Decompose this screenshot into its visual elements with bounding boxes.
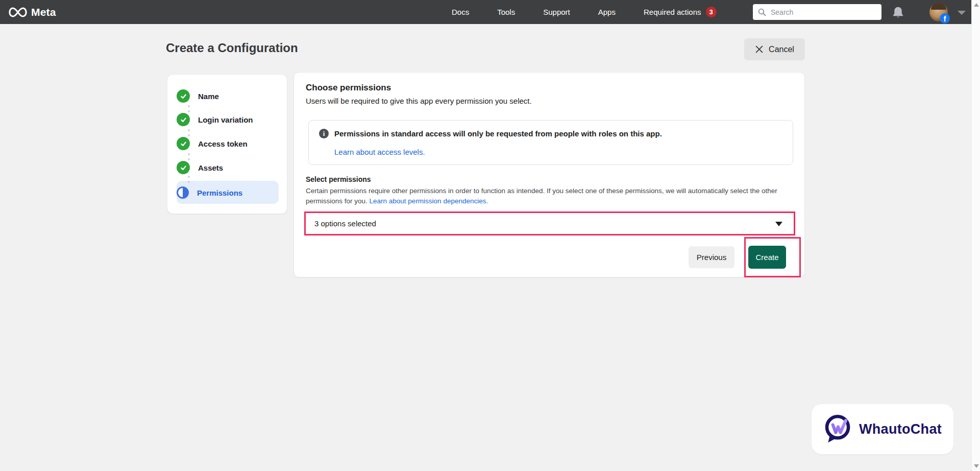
info-text: Permissions in standard access will only… [334, 129, 662, 138]
nav-required-actions-label: Required actions [644, 8, 701, 16]
nav-support[interactable]: Support [543, 8, 570, 16]
step-access-token[interactable]: Access token [177, 136, 248, 151]
facebook-badge-icon: f [940, 13, 950, 23]
nav-tools[interactable]: Tools [497, 8, 515, 16]
learn-access-levels-link[interactable]: Learn about access levels. [334, 148, 425, 156]
search-icon [758, 8, 766, 16]
cancel-label: Cancel [769, 45, 794, 54]
info-icon: i [319, 129, 329, 138]
avatar-hair [931, 3, 946, 10]
notifications-bell-icon[interactable] [891, 6, 905, 19]
account-chevron-down-icon[interactable] [958, 11, 966, 15]
step-name[interactable]: Name [177, 88, 219, 104]
dropdown-caret-icon [775, 222, 782, 226]
wizard-steps-sidebar: Name Login variation Access token Assets… [167, 74, 287, 214]
search-input[interactable] [771, 8, 868, 16]
meta-logo[interactable]: Meta [8, 0, 56, 24]
page-title: Create a Configuration [166, 41, 298, 55]
nav-docs[interactable]: Docs [452, 8, 469, 16]
top-navbar: Meta Docs Tools Support Apps Required ac… [0, 0, 971, 24]
search-box[interactable] [753, 4, 881, 20]
required-actions-count-badge: 3 [706, 7, 717, 17]
cancel-button[interactable]: Cancel [744, 38, 805, 60]
dropdown-selected-value: 3 options selected [314, 219, 376, 228]
step-label: Permissions [197, 189, 242, 197]
standard-access-info-box: i Permissions in standard access will on… [308, 120, 793, 165]
permission-dependencies-link[interactable]: Learn about permission dependencies. [370, 197, 488, 205]
meta-infinity-icon [8, 6, 28, 18]
step-label: Access token [198, 139, 248, 148]
whautochat-logo-icon [823, 414, 853, 444]
previous-button[interactable]: Previous [689, 246, 734, 268]
check-circle-icon [177, 137, 190, 150]
check-circle-icon [177, 161, 190, 174]
half-filled-circle-icon [177, 186, 189, 199]
scrollbar-down-arrow[interactable] [974, 464, 979, 468]
step-label: Login variation [198, 115, 253, 124]
step-connector [188, 176, 190, 186]
select-permissions-heading: Select permissions [306, 175, 371, 183]
choose-permissions-panel: Choose permissions Users will be require… [293, 72, 805, 277]
panel-subheading: Users will be required to give this app … [306, 97, 532, 105]
step-label: Name [198, 92, 219, 101]
brand-name: Meta [31, 6, 56, 18]
nav-required-actions[interactable]: Required actions 3 [644, 7, 717, 17]
step-label: Assets [198, 163, 223, 172]
close-icon [755, 45, 764, 54]
step-assets[interactable]: Assets [177, 160, 223, 175]
select-permissions-description: Certain permissions require other permis… [306, 186, 797, 206]
panel-heading: Choose permissions [306, 83, 391, 93]
nav-apps[interactable]: Apps [598, 8, 616, 16]
whautochat-brand-text: WhautoChat [859, 421, 942, 437]
create-button[interactable]: Create [748, 246, 786, 269]
page-scrollbar[interactable] [971, 0, 980, 471]
whautochat-watermark: WhautoChat [812, 404, 953, 454]
step-login-variation[interactable]: Login variation [177, 112, 253, 127]
permissions-dropdown[interactable]: 3 options selected [306, 213, 794, 234]
avatar[interactable]: f [929, 3, 948, 21]
check-circle-icon [177, 113, 190, 126]
nav-menu: Docs Tools Support Apps Required actions… [452, 0, 717, 24]
scrollbar-up-arrow[interactable] [974, 3, 979, 7]
check-circle-icon [177, 89, 190, 103]
step-permissions[interactable]: Permissions [177, 185, 242, 200]
